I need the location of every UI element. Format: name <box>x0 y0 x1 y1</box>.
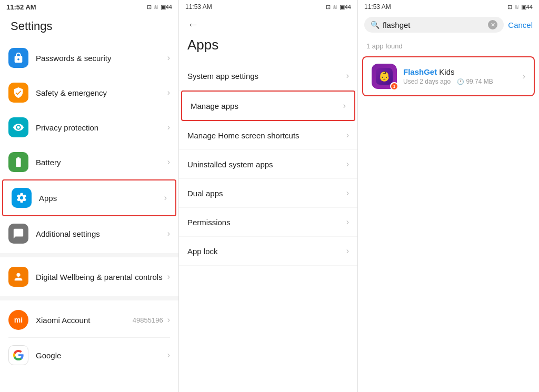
manage-apps-chevron: › <box>343 101 346 110</box>
flashget-app-meta: Used 2 days ago 🕐 99.74 MB <box>403 78 523 85</box>
uninstalled-label: Uninstalled system apps <box>187 160 346 169</box>
time-panel1: 11:52 AM <box>6 3 36 11</box>
safety-label: Safety & emergency <box>36 88 165 97</box>
settings-item-privacy[interactable]: Privacy protection › <box>0 110 178 145</box>
privacy-label: Privacy protection <box>36 123 165 132</box>
search-bar-row: 🔍 ✕ Cancel <box>358 14 539 38</box>
additional-icon <box>8 224 28 244</box>
app-result-flashget[interactable]: 👶 1 FlashGet Kids Used 2 days ago 🕐 99.7… <box>362 56 535 96</box>
privacy-icon <box>8 117 28 137</box>
settings-title: Settings <box>0 14 178 41</box>
signal-icon2: ⊡ <box>326 4 331 11</box>
xiaomi-chevron: › <box>167 315 170 325</box>
status-icons-panel2: ⊡ ≋ ▣44 <box>326 4 351 11</box>
apps-panel: 11:53 AM ⊡ ≋ ▣44 ← Apps System app setti… <box>179 0 358 392</box>
apps-label: Apps <box>39 194 162 203</box>
search-clear-button[interactable]: ✕ <box>488 20 497 29</box>
apps-item-dual[interactable]: Dual apps › <box>179 179 357 208</box>
xiaomi-icon: mi <box>8 310 28 330</box>
app-lock-label: App lock <box>187 247 346 256</box>
apps-item-system[interactable]: System app settings › <box>179 62 357 91</box>
manage-apps-label: Manage apps <box>191 102 343 110</box>
name-suffix: Kids <box>437 67 454 76</box>
app-size: 🕐 99.74 MB <box>457 78 493 85</box>
additional-text: Additional settings <box>36 229 165 238</box>
apps-item-uninstalled[interactable]: Uninstalled system apps › <box>179 150 357 179</box>
cancel-button[interactable]: Cancel <box>508 21 533 29</box>
signal-icon3: ⊡ <box>507 4 512 11</box>
flashget-app-icon: 👶 1 <box>372 64 397 89</box>
battery-chevron: › <box>167 157 170 167</box>
permissions-chevron: › <box>346 217 349 227</box>
apps-item-manage[interactable]: Manage apps › <box>181 91 355 121</box>
home-shortcuts-label: Manage Home screen shortcuts <box>187 131 346 140</box>
xiaomi-text: Xiaomi Account <box>36 316 133 325</box>
apps-item-permissions[interactable]: Permissions › <box>179 208 357 237</box>
apps-icon <box>12 188 32 208</box>
passwords-chevron: › <box>167 53 170 63</box>
name-highlight: FlashGet <box>403 67 437 76</box>
settings-panel: 11:52 AM ⊡ ≋ ▣44 Settings Passwords & se… <box>0 0 179 392</box>
google-icon <box>8 345 28 365</box>
settings-item-wellbeing[interactable]: Digital Wellbeing & parental controls › <box>0 259 178 294</box>
flashget-app-name: FlashGet Kids <box>403 67 523 76</box>
flashget-app-info: FlashGet Kids Used 2 days ago 🕐 99.74 MB <box>403 67 523 85</box>
dual-apps-chevron: › <box>346 188 349 198</box>
battery-panel1: ▣44 <box>161 4 172 11</box>
wellbeing-icon <box>8 267 28 287</box>
app-lock-chevron: › <box>346 246 349 256</box>
google-text: Google <box>36 351 165 360</box>
xiaomi-value: 49855196 <box>133 316 163 324</box>
apps-title: Apps <box>179 34 357 62</box>
system-app-label: System app settings <box>187 72 346 81</box>
back-button[interactable]: ← <box>187 18 199 32</box>
battery-panel3: ▣44 <box>521 4 533 11</box>
time-panel2: 11:53 AM <box>185 3 212 11</box>
apps-item-applock[interactable]: App lock › <box>179 237 357 266</box>
safety-chevron: › <box>167 88 170 97</box>
home-shortcuts-chevron: › <box>346 130 349 140</box>
battery-text: Battery <box>36 158 165 167</box>
search-input[interactable] <box>383 21 485 29</box>
battery-icon-item <box>8 152 28 172</box>
safety-icon <box>8 83 28 103</box>
search-icon: 🔍 <box>371 21 380 29</box>
wifi-icon3: ≋ <box>514 4 519 11</box>
battery-label: Battery <box>36 158 165 167</box>
system-app-chevron: › <box>346 71 349 81</box>
apps-chevron: › <box>164 193 167 203</box>
dual-apps-label: Dual apps <box>187 189 346 198</box>
xiaomi-label: Xiaomi Account <box>36 316 133 325</box>
safety-text: Safety & emergency <box>36 88 165 97</box>
wifi-icon2: ≋ <box>333 4 337 11</box>
apps-item-home-shortcuts[interactable]: Manage Home screen shortcuts › <box>179 121 357 150</box>
status-bar-panel2: 11:53 AM ⊡ ≋ ▣44 <box>179 0 357 14</box>
battery-panel2: ▣44 <box>340 4 351 11</box>
time-panel3: 11:53 AM <box>364 3 391 11</box>
settings-item-xiaomi[interactable]: mi Xiaomi Account 49855196 › <box>0 303 178 337</box>
wellbeing-label: Digital Wellbeing & parental controls <box>36 273 165 282</box>
status-bar-panel3: 11:53 AM ⊡ ≋ ▣44 <box>358 0 539 14</box>
additional-chevron: › <box>167 229 170 238</box>
settings-item-battery[interactable]: Battery › <box>0 145 178 179</box>
uninstalled-chevron: › <box>346 159 349 169</box>
wellbeing-text: Digital Wellbeing & parental controls <box>36 273 165 282</box>
wellbeing-chevron: › <box>167 272 170 282</box>
search-input-wrap: 🔍 ✕ <box>364 17 504 33</box>
wifi-icon: ≋ <box>154 4 158 11</box>
settings-list: Passwords & security › Safety & emergenc… <box>0 41 178 392</box>
settings-item-safety[interactable]: Safety & emergency › <box>0 75 178 110</box>
settings-item-apps[interactable]: Apps › <box>2 179 176 216</box>
google-chevron: › <box>167 350 170 360</box>
passwords-label: Passwords & security <box>36 54 165 63</box>
signal-icon: ⊡ <box>147 4 152 11</box>
settings-item-google[interactable]: Google › <box>0 338 178 373</box>
privacy-text: Privacy protection <box>36 123 165 132</box>
settings-item-passwords[interactable]: Passwords & security › <box>0 41 178 75</box>
status-bar-panel1: 11:52 AM ⊡ ≋ ▣44 <box>0 0 178 14</box>
divider2 <box>0 296 178 300</box>
privacy-chevron: › <box>167 123 170 132</box>
apps-menu-list: System app settings › Manage apps › Mana… <box>179 62 357 392</box>
apps-back-header: ← <box>179 14 357 34</box>
settings-item-additional[interactable]: Additional settings › <box>0 216 178 251</box>
